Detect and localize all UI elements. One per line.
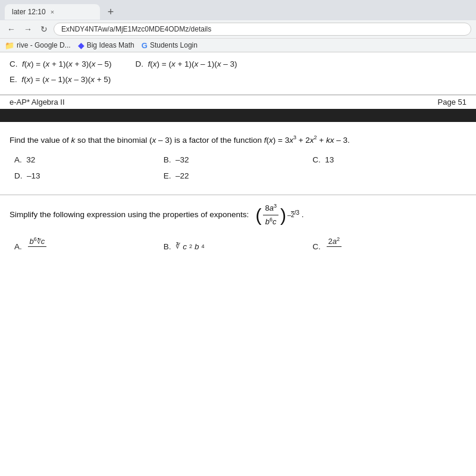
q2-answer-c: C. 2a2 bbox=[312, 236, 462, 256]
browser-chrome: later 12:10 × + ← → ↻ ExNDY4NTAw/a/MjE1M… bbox=[0, 0, 476, 52]
choice-e: E. f(x) = (x – 1)(x – 3)(x + 5) bbox=[10, 73, 111, 87]
choice-c: C. f(x) = (x + 1)(x + 3)(x – 5) bbox=[10, 57, 111, 71]
bookmark-bigideas[interactable]: ◆ Big Ideas Math bbox=[78, 40, 134, 50]
new-tab-button[interactable]: + bbox=[102, 4, 119, 20]
q1-answer-c: C. 13 bbox=[312, 155, 462, 164]
forward-button[interactable]: → bbox=[21, 23, 35, 35]
choice-row-e: E. f(x) = (x – 1)(x – 3)(x + 5) bbox=[10, 73, 466, 87]
tab-label: later 12:10 bbox=[12, 8, 46, 16]
section-footer-right: Page 51 bbox=[438, 98, 466, 107]
bookmark-students-label: Students Login bbox=[150, 41, 198, 49]
section-footer: e-AP* Algebra II Page 51 bbox=[0, 95, 476, 109]
choice-row-cd: C. f(x) = (x + 1)(x + 3)(x – 5) D. f(x) … bbox=[10, 57, 466, 71]
q1-answer-b: B. –32 bbox=[164, 155, 313, 164]
q2-expression: ( 8a3 b6c ) –2/3 bbox=[255, 202, 299, 228]
bookmark-bigideas-label: Big Ideas Math bbox=[87, 41, 134, 49]
q2-answer-a: A. b6∛c bbox=[14, 236, 164, 256]
q1-answer-e: E. –22 bbox=[164, 171, 313, 180]
tab-bar: later 12:10 × + bbox=[0, 0, 476, 20]
question2-text: Simplify the following expression using … bbox=[10, 202, 466, 228]
fraction-denominator: b6c bbox=[264, 215, 278, 228]
active-tab[interactable]: later 12:10 × bbox=[5, 4, 100, 20]
back-button[interactable]: ← bbox=[5, 23, 18, 35]
question1-text: Find the value of k so that the binomial… bbox=[10, 134, 466, 146]
address-text: ExNDY4NTAw/a/MjE1Mzc0MDE4ODMz/details bbox=[61, 25, 211, 33]
q2-answer-b: B. ∛ c2b4 bbox=[164, 236, 313, 256]
question1-block: Find the value of k so that the binomial… bbox=[0, 122, 476, 187]
page-content: C. f(x) = (x + 1)(x + 3)(x – 5) D. f(x) … bbox=[0, 52, 476, 262]
question2-answers: A. b6∛c B. ∛ c2b4 C. 2a2 bbox=[10, 236, 466, 256]
q2c-den bbox=[331, 247, 337, 256]
tab-close-button[interactable]: × bbox=[51, 8, 54, 15]
bigideas-icon: ◆ bbox=[78, 40, 84, 50]
question2-block: Simplify the following expression using … bbox=[0, 195, 476, 262]
q2a-den bbox=[35, 247, 40, 256]
section-footer-left: e-AP* Algebra II bbox=[10, 98, 65, 107]
bookmark-students[interactable]: G Students Login bbox=[142, 41, 198, 50]
students-icon: G bbox=[142, 41, 148, 50]
black-separator-bar bbox=[0, 109, 476, 122]
reload-button[interactable]: ↻ bbox=[38, 23, 50, 35]
fraction-expr: 8a3 b6c bbox=[263, 202, 278, 228]
q2c-num: 2a2 bbox=[327, 236, 342, 247]
q2c-fraction: 2a2 bbox=[327, 236, 342, 256]
bookmarks-bar: 📁 rive - Google D... ◆ Big Ideas Math G … bbox=[0, 38, 476, 52]
address-bar-row: ← → ↻ ExNDY4NTAw/a/MjE1Mzc0MDE4ODMz/deta… bbox=[0, 20, 476, 38]
q1-answer-d: D. –13 bbox=[14, 171, 164, 180]
q1-answer-a: A. 32 bbox=[14, 155, 164, 164]
bookmark-drive-label: rive - Google D... bbox=[17, 41, 71, 49]
fraction-numerator: 8a3 bbox=[263, 202, 278, 215]
bookmark-drive[interactable]: 📁 rive - Google D... bbox=[5, 41, 71, 50]
choice-d: D. f(x) = (x + 1)(x – 1)(x – 3) bbox=[135, 57, 237, 71]
address-bar[interactable]: ExNDY4NTAw/a/MjE1Mzc0MDE4ODMz/details bbox=[54, 23, 471, 36]
q2a-num: b6∛c bbox=[28, 236, 47, 247]
q2a-fraction: b6∛c bbox=[28, 236, 47, 256]
drive-icon: 📁 bbox=[5, 41, 14, 50]
question1-answers: A. 32 B. –32 C. 13 D. –13 E. –22 bbox=[10, 155, 466, 180]
previous-answers-section: C. f(x) = (x + 1)(x + 3)(x – 5) D. f(x) … bbox=[0, 52, 476, 92]
